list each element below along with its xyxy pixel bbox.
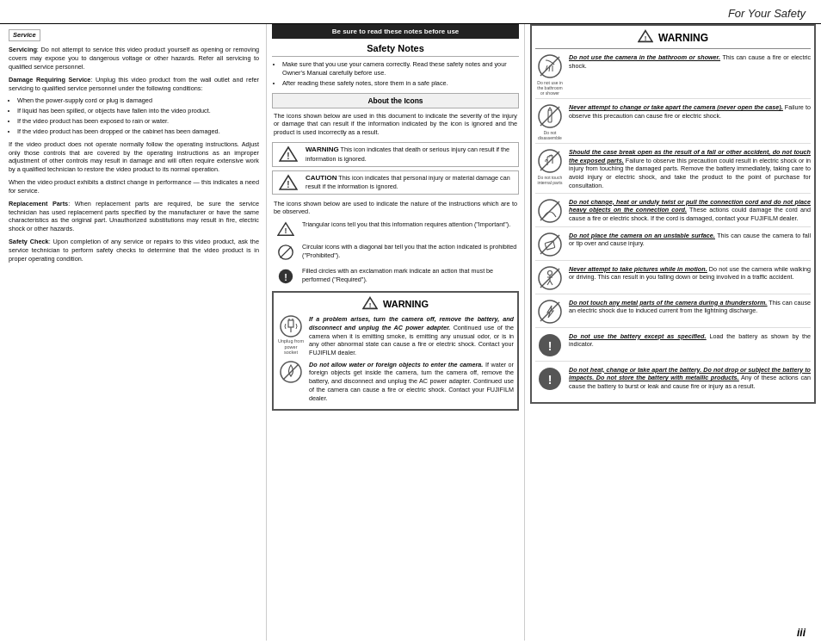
svg-text:!: ! — [645, 34, 647, 42]
normal-operation-para: If the video product does not operate no… — [9, 140, 259, 174]
right-warn-text-1: Do not use the camera in the bathroom or… — [569, 53, 811, 70]
page-footer: iii — [797, 627, 806, 639]
no-thunder-icon — [535, 299, 565, 325]
right-warn-text-8: Do not use the battery except as specifi… — [569, 332, 811, 349]
caution-triangle-icon: ! — [275, 174, 301, 191]
replacement-para: Replacement Parts: When replacement part… — [9, 200, 259, 233]
triangular-icon: ! — [274, 220, 298, 237]
right-warn-text-7: Do not touch any metal parts of the came… — [569, 299, 811, 315]
svg-line-27 — [540, 107, 559, 126]
damage-item-4: If the video product has been dropped or… — [17, 127, 259, 136]
no-cord-icon — [535, 198, 565, 224]
unplug-icon-label: Unplug from power socket — [277, 338, 305, 356]
header-title: For Your Safety — [728, 7, 806, 20]
circ-desc-row: Circular icons with a diagonal bar tell … — [272, 241, 519, 263]
right-warn-row-8: ! Do not use the battery except as speci… — [535, 332, 811, 362]
sn-bullet-2: After reading these safety notes, store … — [282, 79, 517, 88]
page-header: For Your Safety — [0, 0, 821, 24]
mid-warn-row-2: Do not allow water or foreign objects to… — [277, 361, 514, 403]
svg-line-41 — [547, 281, 550, 285]
svg-line-30 — [540, 152, 559, 170]
left-column: Service Servicing: Do not attempt to ser… — [0, 24, 267, 641]
svg-text:!: ! — [548, 339, 552, 353]
warning-triangle-icon: ! — [275, 146, 301, 163]
safety-notes-text: Make sure that you use your camera corre… — [272, 60, 519, 88]
about-icons-title: About the Icons — [272, 93, 519, 108]
damage-list: When the power-supply cord or plug is da… — [17, 96, 259, 135]
svg-text:!: ! — [287, 180, 289, 189]
svg-text:!: ! — [284, 272, 287, 282]
circle-slash-icon — [274, 243, 298, 261]
tri-desc-text: Triangular icons tell you that this info… — [302, 220, 510, 229]
svg-text:!: ! — [369, 301, 372, 309]
damage-item-1: When the power-supply cord or plug is da… — [17, 96, 259, 105]
right-warning-box: ! WARNING Do not u — [530, 24, 816, 404]
warning-label: WARNING — [306, 146, 339, 153]
right-warn-row-7: Do not touch any metal parts of the came… — [535, 299, 811, 328]
right-warn-row-2: Do not disassemble Never attempt to chan… — [535, 103, 811, 144]
about-icons-text: The icons shown below are used in this d… — [272, 112, 519, 138]
caution-label: CAUTION — [306, 174, 336, 182]
circ-desc-text: Circular icons with a diagonal bar tell … — [302, 243, 517, 259]
right-warn-text-3: Should the case break open as the result… — [569, 148, 811, 190]
right-warn-text-4: Do not change, heat or unduly twist or p… — [569, 198, 811, 223]
right-warning-header: ! WARNING — [535, 29, 811, 49]
svg-rect-13 — [288, 320, 293, 327]
battery-safety-icon: ! — [535, 366, 565, 392]
svg-point-38 — [548, 270, 552, 275]
middle-column: Be sure to read these notes before use S… — [267, 24, 525, 641]
unplug-icon: Unplug from power socket — [277, 315, 305, 356]
svg-line-44 — [540, 302, 559, 321]
no-disassemble-icon: Do not disassemble — [535, 103, 565, 140]
fill-desc-text: Filled circles with an exclamation mark … — [302, 267, 517, 283]
mid-warn-row-1: Unplug from power socket If a problem ar… — [277, 315, 514, 357]
mid-warning-triangle-icon: ! — [362, 296, 378, 312]
damage-para: Damage Requiring Service: Unplug this vi… — [9, 76, 259, 93]
no-disassemble-label: Do not disassemble — [535, 130, 565, 140]
no-bathroom-icon: Do not use in the bathroom or shower — [535, 53, 565, 96]
right-warning-label: WARNING — [658, 32, 708, 44]
svg-line-7 — [281, 247, 292, 258]
svg-text:!: ! — [287, 152, 289, 161]
right-warn-row-4: Do not change, heat or unduly twist or p… — [535, 198, 811, 227]
page-number: iii — [797, 627, 806, 639]
right-warn-row-9: ! Do not heat, change or take apart the … — [535, 366, 811, 394]
mid-warning-header: ! WARNING — [277, 296, 514, 312]
performance-para: When the video product exhibits a distin… — [9, 178, 259, 195]
stable-surface-icon — [535, 232, 565, 257]
right-warn-text-2: Never attempt to change or take apart th… — [569, 103, 811, 120]
mid-warn-text-1: If a problem arises, turn the camera off… — [309, 315, 514, 357]
svg-point-12 — [281, 316, 301, 337]
servicing-para: Servicing: Do not attempt to service thi… — [9, 46, 259, 71]
mid-warning-box: ! WARNING — [272, 291, 519, 411]
safety-check-para: Safety Check: Upon completion of any ser… — [9, 238, 259, 263]
correct-battery-icon: ! — [535, 332, 565, 358]
damage-item-2: If liquid has been spilled, or objects h… — [17, 107, 259, 115]
right-warn-row-3: Do not touch internal parts Should the c… — [535, 148, 811, 194]
tri-desc-row: ! Triangular icons tell you that this in… — [272, 219, 519, 238]
right-warning-triangle-icon: ! — [638, 29, 653, 46]
right-warn-text-6: Never attempt to take pictures while in … — [569, 265, 811, 282]
right-warn-text-9: Do not heat, change or take apart the ba… — [569, 366, 811, 391]
no-motion-icon — [535, 265, 565, 291]
service-label: Service — [9, 29, 40, 41]
right-warn-row-1: Do not use in the bathroom or shower Do … — [535, 53, 811, 99]
damage-item-3: If the video product has been exposed to… — [17, 117, 259, 126]
fill-desc-row: ! Filled circles with an exclamation mar… — [272, 265, 519, 287]
no-bathroom-label: Do not use in the bathroom or shower — [535, 80, 565, 96]
no-touch-icon: Do not touch internal parts — [535, 148, 565, 185]
svg-line-32 — [540, 201, 559, 220]
caution-desc: This icon indicates that personal injury… — [306, 174, 510, 191]
filled-circle-icon: ! — [274, 267, 298, 285]
right-warn-row-5: Do not place the camera on an unstable s… — [535, 232, 811, 261]
svg-text:!: ! — [285, 226, 287, 235]
svg-line-34 — [540, 235, 559, 254]
no-touch-label: Do not touch internal parts — [535, 175, 565, 185]
no-water-icon — [277, 361, 305, 383]
safety-notes-title: Safety Notes — [272, 40, 519, 57]
caution-icon-row: ! CAUTION This icon indicates that perso… — [272, 170, 519, 195]
warning-icon-row: ! WARNING This icon indicates that death… — [272, 142, 519, 167]
svg-text:!: ! — [548, 373, 552, 387]
mid-warn-text-2: Do not allow water or foreign objects to… — [309, 361, 514, 403]
svg-line-42 — [550, 281, 552, 285]
